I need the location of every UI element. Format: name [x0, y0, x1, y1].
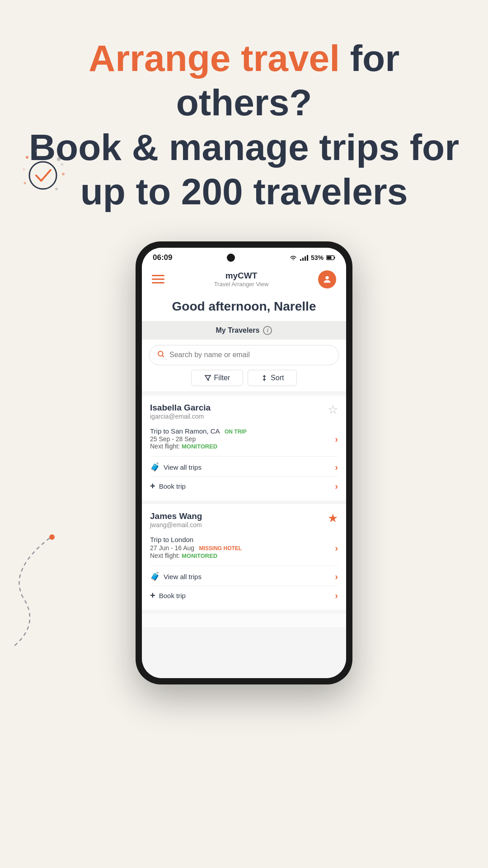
view-trips-button[interactable]: 🧳 View all trips — [150, 571, 202, 581]
trip-flight: Next flight: MONITORED — [150, 443, 247, 450]
view-trips-row[interactable]: 🧳 View all trips › — [150, 456, 338, 474]
trip-status-badge: MISSING HOTEL — [199, 545, 242, 552]
traveler-header: James Wang jwang@email.com ★ — [150, 511, 338, 534]
svg-marker-16 — [205, 375, 211, 380]
camera-notch — [227, 254, 235, 262]
view-trips-chevron: › — [335, 571, 338, 582]
sort-icon — [261, 374, 268, 382]
view-trips-label: View all trips — [164, 463, 202, 471]
svg-point-1 — [57, 157, 61, 161]
search-input[interactable] — [169, 351, 331, 359]
traveler-info: James Wang jwang@email.com — [150, 511, 202, 534]
hero-highlight: Arrange travel — [89, 38, 340, 79]
battery-text: 53% — [311, 254, 324, 261]
flight-status-badge: MONITORED — [182, 552, 217, 559]
flight-status-badge: MONITORED — [182, 443, 217, 450]
view-trips-chevron: › — [335, 462, 338, 472]
view-trips-label: View all trips — [164, 573, 202, 580]
svg-text:×: × — [61, 161, 64, 168]
trip-dates-with-badge: 27 Jun - 16 Aug MISSING HOTEL — [150, 544, 242, 552]
status-bar: 06:09 53% — [142, 248, 346, 266]
app-title-block: myCWT Travel Arranger View — [214, 271, 269, 288]
next-flight-label: Next flight: — [150, 552, 180, 559]
book-trip-button[interactable]: + Book trip — [150, 590, 186, 601]
svg-rect-12 — [327, 256, 331, 259]
filter-icon — [204, 374, 211, 382]
hamburger-menu-button[interactable] — [152, 275, 164, 283]
svg-text:×: × — [23, 167, 25, 172]
sort-label: Sort — [271, 374, 284, 382]
info-icon[interactable]: i — [263, 326, 272, 335]
svg-rect-11 — [334, 256, 335, 259]
svg-point-2 — [62, 173, 65, 175]
traveler-name: Isabella Garcia — [150, 403, 211, 413]
filter-label: Filter — [214, 374, 230, 382]
partial-card-indicator — [142, 613, 346, 627]
my-travelers-text: My Travelers — [216, 326, 260, 335]
traveler-info: Isabella Garcia igarcia@email.com — [150, 403, 211, 425]
trip-row[interactable]: Trip to San Ramon, CA ON TRIP 25 Sep - 2… — [150, 427, 338, 452]
trip-chevron: › — [335, 434, 338, 444]
trip-chevron: › — [335, 543, 338, 553]
trip-title-block: Trip to London 27 Jun - 16 Aug MISSING H… — [150, 536, 242, 561]
trip-status-badge: ON TRIP — [225, 429, 247, 435]
trip-title-block: Trip to San Ramon, CA ON TRIP 25 Sep - 2… — [150, 427, 247, 452]
book-trip-label: Book trip — [159, 482, 186, 490]
plus-icon: + — [150, 481, 155, 491]
search-container — [142, 340, 346, 365]
book-trip-row[interactable]: + Book trip › — [150, 476, 338, 493]
book-trip-chevron: › — [335, 590, 338, 601]
svg-point-0 — [26, 156, 28, 159]
traveler-card: Isabella Garcia igarcia@email.com ☆ Trip… — [142, 396, 346, 500]
traveler-email: jwang@email.com — [150, 521, 202, 528]
greeting-label: Good afternoon, Narelle — [172, 299, 316, 313]
svg-point-13 — [325, 276, 328, 279]
app-header: myCWT Travel Arranger View — [142, 266, 346, 293]
sort-button[interactable]: Sort — [248, 370, 297, 386]
travelers-list: Isabella Garcia igarcia@email.com ☆ Trip… — [142, 392, 346, 678]
status-time: 06:09 — [153, 253, 172, 262]
trip-title: Trip to London — [150, 536, 193, 543]
plus-icon: + — [150, 590, 155, 601]
trip-flight: Next flight: MONITORED — [150, 552, 242, 559]
phone-mockup: 06:09 53% — [0, 241, 488, 684]
decorative-check-circle: × × — [18, 149, 68, 199]
luggage-icon: 🧳 — [150, 571, 160, 581]
traveler-email: igarcia@email.com — [150, 413, 211, 420]
view-trips-row[interactable]: 🧳 View all trips › — [150, 566, 338, 584]
status-icons: 53% — [289, 254, 335, 261]
svg-point-8 — [29, 162, 56, 189]
filter-sort-row: Filter Sort — [142, 365, 346, 392]
svg-line-15 — [162, 355, 164, 357]
battery-icon — [326, 255, 335, 260]
wifi-icon — [289, 255, 297, 261]
favorite-star-button[interactable]: ☆ — [328, 403, 338, 417]
trip-row[interactable]: Trip to London 27 Jun - 16 Aug MISSING H… — [150, 536, 338, 561]
svg-point-3 — [55, 188, 58, 190]
decorative-curve — [0, 533, 59, 651]
view-trips-button[interactable]: 🧳 View all trips — [150, 462, 202, 472]
luggage-icon: 🧳 — [150, 462, 160, 472]
app-name: myCWT — [214, 271, 269, 281]
my-travelers-section-label: My Travelers i — [142, 321, 346, 340]
svg-point-14 — [158, 351, 163, 356]
traveler-card: James Wang jwang@email.com ★ Trip to Lon… — [142, 504, 346, 610]
book-trip-row[interactable]: + Book trip › — [150, 585, 338, 603]
hero-line2: Book & manage trips for — [29, 127, 459, 168]
svg-point-5 — [35, 151, 37, 152]
favorite-star-button[interactable]: ★ — [328, 511, 338, 525]
traveler-name: James Wang — [150, 511, 202, 521]
hero-section: Arrange travel for others? Book & manage… — [0, 0, 488, 232]
hero-line3: up to 200 travelers — [80, 171, 408, 212]
svg-point-9 — [49, 534, 55, 540]
book-trip-button[interactable]: + Book trip — [150, 481, 186, 491]
book-trip-label: Book trip — [159, 592, 186, 599]
filter-button[interactable]: Filter — [191, 370, 244, 386]
search-bar — [149, 345, 339, 365]
trip-title: Trip to San Ramon, CA — [150, 427, 220, 435]
avatar-button[interactable] — [318, 270, 336, 288]
greeting-text: Good afternoon, Narelle — [142, 293, 346, 321]
signal-icon — [300, 255, 308, 261]
svg-point-4 — [24, 182, 26, 184]
traveler-header: Isabella Garcia igarcia@email.com ☆ — [150, 403, 338, 425]
